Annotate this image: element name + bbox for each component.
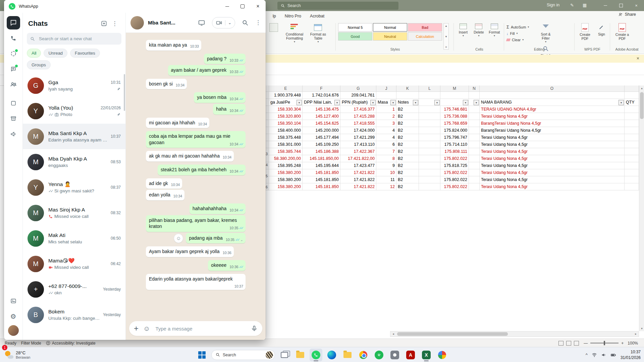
create-a-pdf-button[interactable]: PDF Create a PDF — [612, 22, 633, 41]
message-row[interactable]: bosen gk si10:34 — [146, 79, 246, 89]
filter-chip-all[interactable]: All — [27, 49, 41, 58]
filter-header-cell[interactable]: DPP Nilai Lain,▾ — [303, 99, 340, 106]
data-cell[interactable]: 2 — [376, 113, 396, 120]
data-cell[interactable]: B2 — [396, 106, 419, 113]
message-row[interactable]: edan yolla10:34 — [146, 190, 246, 200]
screen-share-icon[interactable] — [198, 19, 205, 26]
data-cell[interactable] — [625, 134, 639, 141]
style-chip-good[interactable]: Good — [338, 32, 372, 41]
data-cell[interactable]: 17.423.477 — [340, 162, 376, 169]
broadcast-nav-icon[interactable] — [7, 127, 20, 141]
data-cell[interactable] — [419, 127, 440, 134]
data-cell[interactable]: 4 — [376, 127, 396, 134]
data-cell[interactable]: 145.186.388 — [303, 148, 340, 155]
chat-list-item[interactable]: BBokemUrsula Kkp: cuih banget luYesterda… — [23, 302, 125, 327]
data-cell[interactable]: 4 — [376, 134, 396, 141]
message-row[interactable]: pilihan biasa padang, ayam bakar, kremes… — [146, 215, 246, 232]
conversation-contact-name[interactable]: Mba Sant... — [148, 20, 198, 26]
filter-dropdown-icon[interactable]: ▾ — [370, 100, 376, 105]
totals-cell[interactable] — [419, 92, 440, 99]
taskbar-app-capture[interactable] — [388, 349, 401, 361]
whatsapp-titlebar[interactable]: WhatsApp × — [4, 0, 266, 13]
data-cell[interactable] — [469, 162, 480, 169]
data-cell[interactable]: 17.424.000 — [340, 127, 376, 134]
taskbar-app-start[interactable] — [196, 349, 208, 361]
data-cell[interactable]: B2 — [396, 183, 419, 190]
outgoing-message-bubble[interactable]: haha10:34✓✓ — [213, 104, 246, 115]
column-header-p[interactable] — [625, 85, 639, 92]
data-cell[interactable] — [419, 106, 440, 113]
data-cell[interactable]: 10 — [376, 169, 396, 176]
wifi-icon[interactable] — [592, 352, 597, 358]
filter-chip-unread[interactable]: Unread — [44, 49, 67, 58]
data-cell[interactable]: 158.350.104 — [269, 120, 303, 127]
data-cell[interactable]: 175.796.747 — [440, 134, 469, 141]
data-cell[interactable] — [419, 155, 440, 162]
data-cell[interactable] — [419, 120, 440, 127]
filter-dropdown-icon[interactable]: ▾ — [619, 100, 624, 105]
data-cell[interactable]: 17.421.299 — [340, 134, 376, 141]
message-row[interactable]: ayam bakar / ayam geprek10:33✓✓ — [146, 65, 246, 76]
taskbar-app-chrome[interactable] — [357, 349, 370, 361]
style-chip-bad[interactable]: Bad — [408, 23, 442, 32]
message-row[interactable]: padang ?10:33✓✓ — [146, 54, 246, 64]
chat-list-item[interactable]: MMba Dyah Kkp Aenggaaks08:53 — [23, 149, 125, 175]
hscroll-thumb[interactable] — [397, 332, 508, 336]
sort-filter-button[interactable]: Sort & Filter▾ — [537, 22, 554, 43]
outgoing-message-bubble[interactable]: ya bosen mba10:34✓✓ — [194, 92, 246, 103]
settings-icon[interactable]: ⚙ — [7, 310, 20, 323]
notification-badge[interactable]: 1 — [2, 345, 7, 350]
data-cell[interactable] — [625, 162, 639, 169]
call-options-icon[interactable]: ⌄ — [228, 20, 231, 25]
insert-cells-button[interactable]: Insert▾ — [456, 22, 470, 37]
horizontal-scrollbar[interactable]: ◂ ▸ — [390, 331, 639, 337]
archived-nav-icon[interactable] — [7, 112, 20, 125]
taskbar-search[interactable]: Search — [211, 350, 275, 360]
data-cell[interactable] — [625, 127, 639, 134]
message-row[interactable]: coba aja mba lempar pada mau ga mie gaco… — [146, 131, 246, 148]
data-cell[interactable] — [469, 113, 480, 120]
data-cell[interactable]: 158.320.800 — [269, 113, 303, 120]
whatsapp-minimize-button[interactable] — [219, 0, 235, 13]
zoom-out-button[interactable]: — — [584, 341, 588, 346]
battery-icon[interactable] — [610, 352, 616, 358]
style-chip-calculation[interactable]: Calculation — [408, 32, 442, 41]
data-cell[interactable]: B2 — [396, 155, 419, 162]
excel-close-button[interactable]: × — [629, 0, 644, 11]
page-layout-view-icon[interactable] — [566, 341, 571, 346]
conversation-avatar[interactable] — [130, 16, 144, 29]
chat-list-item[interactable]: MMak AtiMks sehat selalu06:50 — [23, 226, 125, 251]
totals-cell[interactable]: 1.900.379.448 — [269, 92, 303, 99]
column-header-G[interactable]: G — [340, 85, 376, 92]
data-cell[interactable] — [469, 176, 480, 183]
data-cell[interactable]: 145.177.494 — [303, 134, 340, 141]
data-cell[interactable] — [419, 162, 440, 169]
data-cell[interactable]: 175.824.000 — [440, 127, 469, 134]
zoom-in-button[interactable]: + — [621, 341, 624, 346]
data-cell[interactable]: 17.421.822,00 — [340, 155, 376, 162]
taskbar-app-edge[interactable] — [325, 349, 338, 361]
status-accessibility[interactable]: Accessibility: Investigate — [46, 341, 96, 346]
data-cell[interactable]: 158.330.304 — [269, 106, 303, 113]
data-cell[interactable]: 11 — [376, 176, 396, 183]
emoji-icon[interactable]: ☺ — [143, 325, 150, 333]
volume-icon[interactable] — [601, 352, 606, 358]
message-row[interactable]: steak21 boleh ga mba heheheh10:34✓✓ — [146, 165, 246, 175]
data-cell[interactable] — [469, 120, 480, 127]
filter-header-cell[interactable]: QTY — [625, 99, 639, 106]
message-row[interactable]: Edarin yolla atasnya ayam bakar/geprek10… — [146, 274, 246, 290]
style-chip-normal-5[interactable]: Normal 5 — [338, 23, 372, 32]
outgoing-message-bubble[interactable]: coba aja mba lempar pada mau ga mie gaco… — [146, 131, 246, 148]
data-cell[interactable]: Terasi Udang Nona 4,5gr — [480, 169, 625, 176]
data-cell[interactable]: B2 — [396, 141, 419, 148]
chats-nav-icon[interactable] — [7, 16, 20, 29]
data-cell[interactable]: 145.127.400 — [303, 113, 340, 120]
filter-chip-favourites[interactable]: Favourites — [70, 49, 100, 58]
column-header-N[interactable]: N — [469, 85, 480, 92]
sign-in-button[interactable]: Sign in — [547, 3, 559, 7]
data-cell[interactable] — [419, 148, 440, 155]
data-cell[interactable] — [419, 169, 440, 176]
notification-close-icon[interactable]: × — [637, 56, 639, 61]
normal-view-icon[interactable] — [558, 341, 564, 346]
filter-header-cell[interactable]: NAMA BARANG▾ — [480, 99, 625, 106]
